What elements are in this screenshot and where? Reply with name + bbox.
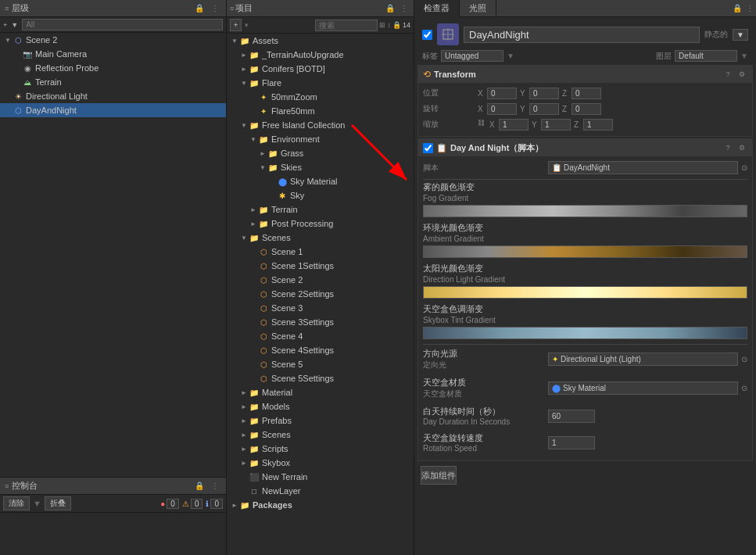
project-item-new-terrain[interactable]: ⬛ New Terrain — [227, 470, 414, 484]
project-item-scene5[interactable]: ⬡ Scene 5 — [227, 357, 414, 371]
rot-y-input[interactable] — [529, 103, 559, 115]
obj-name-input[interactable] — [464, 27, 700, 43]
rot-z-input[interactable] — [571, 103, 601, 115]
project-item-material-folder[interactable]: 📁 Material — [227, 385, 414, 399]
hierarchy-item-main-camera[interactable]: 📷 Main Camera — [0, 47, 226, 61]
project-item-environment[interactable]: 📁 Environment — [227, 132, 414, 146]
project-sync-btn[interactable]: ↕ — [387, 21, 391, 29]
project-lock-btn[interactable]: 🔒 — [384, 2, 396, 15]
project-item-scenes2[interactable]: 📁 Scenes — [227, 428, 414, 442]
z-label: Z — [562, 89, 570, 98]
project-item-scene1settings[interactable]: ⬡ Scene 1Settings — [227, 259, 414, 273]
project-menu-btn[interactable]: ⋮ — [398, 2, 410, 15]
component-active-cb[interactable] — [423, 143, 433, 153]
add-component-btn[interactable]: 添加组件 — [421, 466, 457, 485]
script-help-btn[interactable]: ? — [722, 142, 733, 153]
project-item-scene4settings[interactable]: ⬡ Scene 4Settings — [227, 343, 414, 357]
hierarchy-lock-btn[interactable]: 🔒 — [193, 2, 206, 15]
hierarchy-add-dropdown[interactable]: ▼ — [9, 21, 20, 29]
project-item-scene5settings[interactable]: ⬡ Scene 5Settings — [227, 371, 414, 385]
reflection-icon: ◉ — [22, 63, 33, 73]
transform-settings-btn[interactable]: ⚙ — [736, 69, 747, 80]
console-menu-btn[interactable]: ⋮ — [209, 480, 221, 492]
project-item-grass[interactable]: 📁 Grass — [227, 146, 414, 160]
project-item-assets[interactable]: 📁 Assets — [227, 34, 414, 48]
project-item-flare50mm[interactable]: ✦ Flare50mm — [227, 104, 414, 118]
dir-light-target-btn[interactable]: ⊙ — [741, 355, 747, 363]
hierarchy-menu-btn[interactable]: ⋮ — [209, 2, 221, 15]
project-item-conifers[interactable]: 📁 Conifers [BOTD] — [227, 62, 414, 76]
hierarchy-item-dir-light[interactable]: ☀ Directional Light — [0, 89, 226, 103]
day-dur-input[interactable] — [548, 410, 595, 423]
lighting-tab[interactable]: 光照 — [460, 0, 496, 17]
transform-help-btn[interactable]: ? — [722, 69, 733, 80]
console-collapse-btn[interactable]: 折叠 — [45, 496, 71, 510]
project-item-post-processing[interactable]: 📁 Post Processing — [227, 217, 414, 231]
day-night-header[interactable]: 📋 Day And Night（脚本） ? ⚙ — [418, 139, 752, 156]
project-item-scene4[interactable]: ⬡ Scene 4 — [227, 329, 414, 343]
hierarchy-item-day-night[interactable]: ⬡ DayAndNight — [0, 103, 226, 117]
project-view-btn[interactable]: ⊞ — [379, 21, 385, 29]
scale-y-input[interactable] — [541, 119, 571, 131]
scene-icon: ⬡ — [13, 34, 23, 45]
script-target-btn[interactable]: ⊙ — [741, 163, 747, 172]
script-value[interactable]: 📋 DayAndNight — [548, 161, 738, 174]
hierarchy-search-input[interactable] — [22, 19, 223, 30]
pos-x-input[interactable] — [487, 88, 517, 99]
pos-y-input[interactable] — [529, 88, 559, 99]
project-item-free-island[interactable]: 📁 Free Island Collection — [227, 118, 414, 132]
console-clear-btn[interactable]: 清除 — [3, 496, 30, 510]
hierarchy-add-btn[interactable]: + — [3, 21, 7, 29]
project-item-50mmzoom[interactable]: ✦ 50mmZoom — [227, 90, 414, 104]
obj-active-checkbox[interactable] — [422, 30, 432, 40]
project-item-packages[interactable]: 📁 Packages — [227, 498, 414, 512]
hierarchy-item-scene2[interactable]: ⬡ Scene 2 — [0, 33, 226, 47]
project-item-skies[interactable]: 📁 Skies — [227, 160, 414, 174]
expand-arrow — [249, 346, 258, 355]
ambient-gradient-bar[interactable] — [423, 245, 747, 258]
scale-z-input[interactable] — [583, 119, 613, 131]
layer-dropdown[interactable]: Default — [675, 50, 737, 62]
scale-x-input[interactable] — [499, 119, 528, 131]
project-item-scene2settings[interactable]: ⬡ Scene 2Settings — [227, 287, 414, 301]
project-item-models[interactable]: 📁 Models — [227, 399, 414, 414]
hierarchy-item-reflection[interactable]: ◉ Reflection Probe — [0, 61, 226, 75]
project-item-scenes-folder[interactable]: 📁 Scenes — [227, 231, 414, 245]
project-item-sky-material[interactable]: ⬤ Sky Material — [227, 174, 414, 188]
project-item-prefabs[interactable]: 📁 Prefabs — [227, 414, 414, 428]
fog-gradient-bar[interactable] — [423, 205, 747, 217]
project-item-sky[interactable]: ✱ Sky — [227, 188, 414, 202]
skybox-mat-value[interactable]: ⬤ Sky Material — [548, 381, 738, 395]
static-dropdown[interactable]: ▼ — [733, 29, 748, 41]
console-lock-btn[interactable]: 🔒 — [193, 480, 206, 492]
inspector-tab[interactable]: 检查器 — [414, 0, 460, 17]
direction-gradient-bar[interactable] — [423, 286, 747, 299]
inspector-lock-btn[interactable]: 🔒 — [731, 2, 743, 15]
hierarchy-item-terrain[interactable]: ⛰ Terrain — [0, 75, 226, 89]
project-lock-icon[interactable]: 🔒 — [392, 21, 401, 29]
project-add-btn[interactable]: + — [230, 19, 242, 31]
project-item-scene1[interactable]: ⬡ Scene 1 — [227, 245, 414, 259]
hierarchy-item-label: DayAndNight — [26, 106, 77, 115]
script-settings-btn[interactable]: ⚙ — [736, 142, 747, 153]
project-item-scene2-file[interactable]: ⬡ Scene 2 — [227, 273, 414, 287]
project-item-scene3settings[interactable]: ⬡ Scene 3Settings — [227, 315, 414, 329]
project-item-flare[interactable]: 📁 Flare — [227, 76, 414, 90]
inspector-menu-btn[interactable]: ⋮ — [743, 2, 756, 15]
dir-light-value[interactable]: ✦ Directional Light (Light) — [548, 353, 738, 366]
project-item-terrain-upgrade[interactable]: 📁 _TerrainAutoUpgrade — [227, 48, 414, 62]
tag-dropdown[interactable]: Untagged — [441, 50, 503, 62]
project-item-skybox[interactable]: 📁 Skybox — [227, 456, 414, 470]
rot-x-input[interactable] — [487, 103, 517, 115]
skybox-gradient-bar[interactable] — [423, 327, 747, 339]
project-item-terrain-folder[interactable]: 📁 Terrain — [227, 202, 414, 217]
skybox-mat-target-btn[interactable]: ⊙ — [741, 384, 747, 392]
rot-speed-input[interactable] — [548, 436, 595, 449]
project-item-scene3[interactable]: ⬡ Scene 3 — [227, 301, 414, 315]
project-item-new-layer[interactable]: □ NewLayer — [227, 484, 414, 498]
project-search-input[interactable] — [315, 20, 378, 31]
pos-z-input[interactable] — [571, 88, 601, 99]
transform-header[interactable]: ⟲ Transform ? ⚙ — [418, 66, 752, 83]
project-item-scripts[interactable]: 📁 Scripts — [227, 442, 414, 456]
project-item-label: Scene 3 — [271, 303, 303, 313]
